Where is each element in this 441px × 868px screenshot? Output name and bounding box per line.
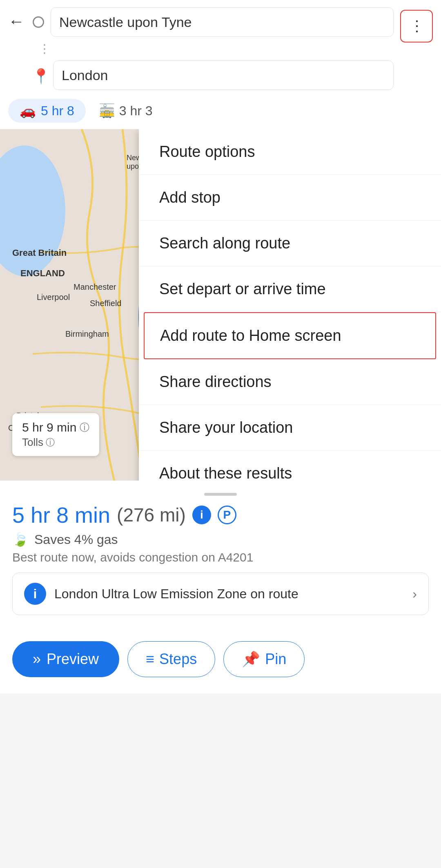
parking-icon-btn[interactable]: P bbox=[218, 506, 236, 524]
dropdown-item-add-route-home[interactable]: Add route to Home screen bbox=[144, 312, 436, 359]
dropdown-item-share-location[interactable]: Share your location bbox=[139, 405, 441, 451]
more-options-button[interactable]: ⋮ bbox=[400, 10, 433, 43]
bottom-panel: 5 hr 8 min (276 mi) i P 🍃 Saves 4% gas B… bbox=[0, 481, 441, 633]
dropdown-menu: Route options Add stop Search along rout… bbox=[139, 129, 441, 481]
route-time-text: 5 hr 9 min bbox=[22, 421, 76, 434]
tab-transit[interactable]: 🚋 3 hr 3 bbox=[92, 99, 159, 123]
back-button[interactable]: ← bbox=[8, 13, 24, 29]
route-main-info: 5 hr 8 min (276 mi) i P bbox=[12, 502, 429, 528]
preview-arrows-icon: » bbox=[33, 651, 41, 668]
header: ← ⋮ 📍 ⋮ bbox=[0, 0, 441, 94]
route-tolls-row: Tolls ⓘ bbox=[22, 436, 89, 449]
route-inputs: ⋮ 📍 bbox=[31, 7, 394, 90]
pin-icon: 📌 bbox=[242, 651, 260, 668]
pin-label: Pin bbox=[265, 651, 286, 668]
transport-tabs: 🚗 5 hr 8 🚋 3 hr 3 bbox=[0, 94, 441, 129]
tab-car[interactable]: 🚗 5 hr 8 bbox=[8, 99, 86, 123]
origin-input[interactable] bbox=[51, 7, 394, 37]
car-duration: 5 hr 8 bbox=[41, 103, 74, 119]
emission-i-icon: i bbox=[33, 586, 37, 602]
dropdown-item-share-directions[interactable]: Share directions bbox=[139, 359, 441, 405]
route-total-distance: (276 mi) bbox=[117, 504, 186, 526]
info-i-icon: i bbox=[200, 508, 203, 521]
map-label-liverpool: Liverpool bbox=[37, 293, 70, 302]
dropdown-item-about-results[interactable]: About these results bbox=[139, 451, 441, 481]
emission-info-icon: i bbox=[24, 583, 46, 605]
tolls-info-icon[interactable]: ⓘ bbox=[46, 436, 55, 449]
preview-label: Preview bbox=[47, 651, 99, 668]
route-vertical-dots: ⋮ bbox=[38, 41, 51, 56]
transit-icon: 🚋 bbox=[99, 103, 115, 119]
preview-button[interactable]: » Preview bbox=[12, 641, 119, 677]
steps-button[interactable]: ≡ Steps bbox=[127, 641, 215, 677]
map-label-sheffield: Sheffield bbox=[90, 299, 121, 308]
pin-button[interactable]: 📌 Pin bbox=[223, 641, 305, 677]
transit-duration: 3 hr 3 bbox=[119, 103, 153, 119]
dropdown-item-route-options[interactable]: Route options bbox=[139, 129, 441, 175]
steps-label: Steps bbox=[159, 651, 197, 668]
origin-dot-icon bbox=[33, 16, 44, 28]
map-label-birmingham: Birmingham bbox=[65, 329, 109, 339]
drag-handle bbox=[204, 493, 237, 496]
steps-lines-icon: ≡ bbox=[146, 651, 154, 668]
emission-zone-box[interactable]: i London Ultra Low Emission Zone on rout… bbox=[12, 573, 429, 615]
map-label-great-britain: Great Britain bbox=[12, 248, 67, 258]
eco-leaf-icon: 🍃 bbox=[12, 532, 29, 547]
dropdown-item-set-depart[interactable]: Set depart or arrive time bbox=[139, 266, 441, 312]
emission-chevron-icon: › bbox=[412, 586, 417, 602]
dropdown-item-add-stop[interactable]: Add stop bbox=[139, 175, 441, 221]
eco-text: Saves 4% gas bbox=[34, 532, 118, 547]
action-buttons: » Preview ≡ Steps 📌 Pin bbox=[0, 633, 441, 694]
destination-pin-icon: 📍 bbox=[32, 68, 47, 83]
car-icon: 🚗 bbox=[20, 103, 36, 119]
route-info-icon-btn[interactable]: i bbox=[192, 506, 211, 524]
dropdown-item-search-along-route[interactable]: Search along route bbox=[139, 221, 441, 266]
eco-row: 🍃 Saves 4% gas bbox=[12, 532, 429, 547]
best-route-text: Best route now, avoids congestion on A42… bbox=[12, 550, 429, 564]
route-info-icon[interactable]: ⓘ bbox=[80, 421, 89, 434]
three-dots-icon: ⋮ bbox=[410, 18, 423, 35]
destination-input[interactable] bbox=[53, 60, 394, 90]
parking-p-icon: P bbox=[223, 508, 231, 521]
map-container: 📷 Great Britain ENGLAND Liverpool Manche… bbox=[0, 129, 441, 481]
destination-row: 📍 bbox=[31, 60, 394, 90]
route-total-time: 5 hr 8 min bbox=[12, 502, 110, 528]
map-label-england: ENGLAND bbox=[20, 268, 65, 279]
tolls-text: Tolls bbox=[22, 436, 43, 449]
route-info-box: 5 hr 9 min ⓘ Tolls ⓘ bbox=[12, 413, 99, 456]
origin-row bbox=[31, 7, 394, 37]
emission-text: London Ultra Low Emission Zone on route bbox=[54, 586, 404, 602]
route-info-time: 5 hr 9 min ⓘ bbox=[22, 421, 89, 434]
map-label-manchester: Manchester bbox=[74, 282, 116, 292]
